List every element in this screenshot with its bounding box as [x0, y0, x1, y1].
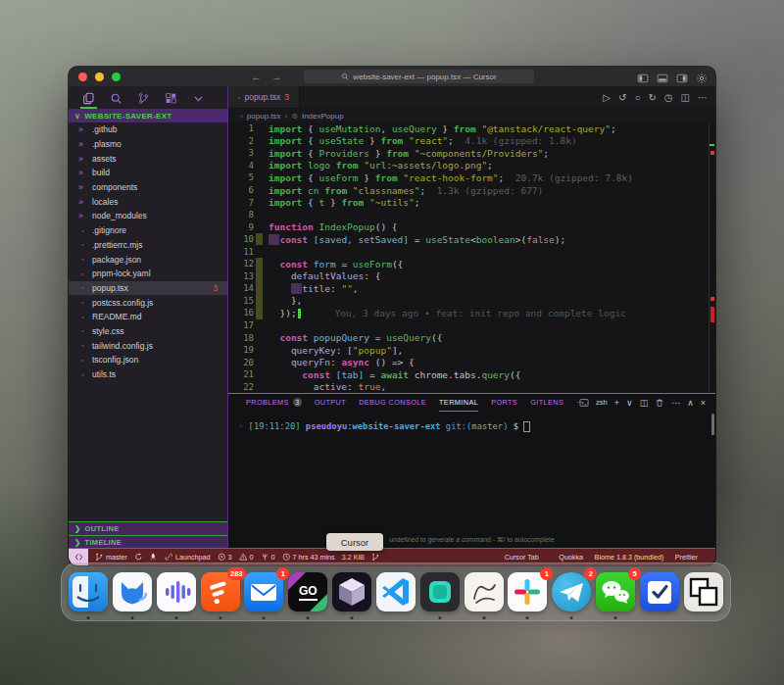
dock-app-sketch-notes-app[interactable]	[465, 572, 504, 612]
panel-tab-terminal[interactable]: TERMINAL	[439, 394, 478, 412]
sidebar-item-tailwind.config.js[interactable]: ▫tailwind.config.js	[69, 338, 227, 353]
explorer-icon[interactable]	[82, 91, 95, 104]
token: import	[269, 123, 302, 134]
step-forward-icon[interactable]: ↻	[648, 92, 656, 103]
step-back-icon[interactable]: ↺	[618, 92, 626, 103]
panel-tab-label: OUTPUT	[315, 398, 346, 407]
status-item-branch[interactable]	[371, 553, 380, 562]
status-item-master[interactable]: master	[95, 553, 127, 562]
zoom-window-button[interactable]	[112, 73, 121, 81]
explorer-section-header[interactable]: ∨ WEBSITE-SAVER-EXT	[69, 109, 227, 122]
panel-tab-ports[interactable]: PORTS	[491, 394, 517, 411]
panel-tab-problems[interactable]: PROBLEMS3	[246, 394, 302, 411]
command-center[interactable]: website-saver-ext — popup.tsx — Cursor	[304, 70, 534, 83]
dock-app-warp-terminal-app[interactable]	[420, 572, 460, 612]
more-icon[interactable]: ⋯	[671, 398, 680, 408]
sidebar-item-utils.ts[interactable]: ▫utils.ts	[69, 367, 227, 382]
dock-app-telegram[interactable]: 2	[552, 572, 591, 612]
maximize-panel-icon[interactable]: ∧	[687, 398, 694, 408]
sidebar-item-components[interactable]: »components	[69, 180, 227, 195]
dock-app-screenshot-frames-app[interactable]	[684, 572, 723, 612]
settings-gear-icon[interactable]	[696, 71, 708, 82]
status-item-3[interactable]: 3	[218, 553, 232, 562]
minimize-window-button[interactable]	[95, 73, 104, 81]
status-item-3-2-kib[interactable]: 3.2 KiB	[342, 553, 365, 562]
run-icon[interactable]: ▷	[603, 92, 611, 103]
dock-app-cursor[interactable]	[332, 572, 371, 612]
status-item-biome-1-8-3-bundled-[interactable]: Biome 1.8.3 (bundled)	[592, 553, 663, 562]
dock-app-goland[interactable]: GO	[288, 572, 327, 612]
dock-app-vscode[interactable]	[376, 572, 416, 612]
status-item-0[interactable]: 0	[239, 553, 254, 562]
status-item-0[interactable]: 0	[261, 553, 275, 562]
breadcrumb[interactable]: ▫ popup.tsx › ⊛ IndexPopup	[228, 109, 715, 122]
run-timer-icon[interactable]: ◷	[664, 92, 673, 103]
record-icon[interactable]: ○	[634, 92, 640, 103]
sidebar-item-.prettierrc.mjs[interactable]: ▫.prettierrc.mjs	[69, 238, 227, 253]
sidebar-item-assets[interactable]: »assets	[69, 151, 227, 166]
overview-ruler[interactable]	[709, 122, 715, 393]
chevron-down-icon[interactable]	[192, 91, 205, 104]
more-actions-icon[interactable]: ⋯	[698, 92, 708, 103]
sidebar-item-locales[interactable]: »locales	[69, 194, 227, 209]
sidebar-item-pnpm-lock.yaml[interactable]: ▫pnpm-lock.yaml	[69, 267, 227, 281]
dock-app-audio-waveform-app[interactable]	[157, 572, 196, 612]
dock-app-slack[interactable]: 1	[508, 572, 547, 612]
sidebar-item-README.md[interactable]: ▫README.md	[69, 310, 227, 324]
tab-popup-tsx[interactable]: ▫ popup.tsx 3	[228, 86, 300, 108]
symbol-icon: ⊛	[291, 112, 298, 121]
terminal-scrollbar[interactable]	[711, 414, 714, 435]
status-item-sync[interactable]	[134, 553, 143, 562]
layout-sidebar-left-icon[interactable]	[637, 71, 649, 82]
dropdown-icon[interactable]: ∨	[626, 398, 633, 408]
token: const	[279, 259, 308, 269]
search-icon[interactable]	[110, 91, 122, 104]
sidebar-item-style.css[interactable]: ▫style.css	[69, 324, 227, 339]
dock-app-tasks-app[interactable]	[640, 572, 679, 612]
dock-app-mail[interactable]: 1	[244, 572, 283, 612]
sidebar-item-.gitignore[interactable]: ▫.gitignore	[69, 223, 227, 238]
code-editor[interactable]: 1import { useMutation, useQuery } from "…	[228, 122, 715, 393]
sidebar-item-package.json[interactable]: ▫package.json	[69, 252, 227, 267]
sidebar-item-node_modules[interactable]: »node_modules	[69, 209, 227, 223]
split-terminal-icon[interactable]: ◫	[640, 398, 649, 408]
dock-app-wechat[interactable]: 5	[596, 572, 635, 612]
sidebar-item-.plasmo[interactable]: ».plasmo	[69, 137, 227, 152]
forward-icon[interactable]: →	[271, 71, 282, 82]
panel-tab-debug-console[interactable]: DEBUG CONSOLE	[359, 394, 426, 411]
layout-sidebar-right-icon[interactable]	[676, 71, 688, 82]
extensions-icon[interactable]	[165, 91, 177, 104]
panel-tab-gitlens[interactable]: GITLENS	[530, 394, 564, 411]
status-item-quokka[interactable]: Quokka	[557, 553, 583, 562]
panel-tab-output[interactable]: OUTPUT	[315, 394, 346, 411]
terminal-prompt[interactable]: ◦ [19:11:20] pseudoyu:website-saver-ext …	[238, 421, 530, 432]
dock-app-finder[interactable]	[69, 572, 108, 612]
status-item-cursor-tab[interactable]: Cursor Tab	[505, 553, 539, 562]
dock-app-fox-app[interactable]	[113, 572, 152, 612]
status-item-prettier[interactable]: Prettier	[672, 553, 698, 562]
status-left: masterLaunchpad3007 hrs 43 mins3.2 KiB	[88, 553, 379, 562]
status-item-launchpad[interactable]: Launchpad	[165, 553, 211, 562]
sidebar-item-tsconfig.json[interactable]: ▫tsconfig.json	[69, 353, 227, 367]
new-terminal-icon[interactable]: +	[614, 398, 619, 408]
terminal-icon[interactable]	[579, 398, 589, 408]
line-number: 8	[228, 210, 254, 220]
trash-icon[interactable]	[655, 398, 664, 408]
back-icon[interactable]: ←	[251, 71, 262, 82]
dock-app-feed-reader-app[interactable]: 283	[201, 572, 240, 612]
sidebar-item-build[interactable]: »build	[69, 166, 227, 180]
token: =	[409, 234, 425, 245]
token: import	[269, 135, 302, 146]
close-window-button[interactable]	[78, 73, 87, 81]
source-control-icon[interactable]	[137, 91, 150, 104]
split-editor-icon[interactable]: ◫	[681, 92, 690, 103]
layout-panel-bottom-icon[interactable]	[657, 71, 668, 82]
sidebar-item-popup.tsx[interactable]: ▫popup.tsx3	[69, 281, 227, 296]
close-panel-icon[interactable]: ×	[701, 398, 706, 408]
status-item-7-hrs-43-mins[interactable]: 7 hrs 43 mins	[282, 553, 335, 562]
timeline-section[interactable]: ❯TIMELINE	[69, 535, 227, 549]
sidebar-item-postcss.config.js[interactable]: ▫postcss.config.js	[69, 295, 227, 310]
sidebar-item-.github[interactable]: ».github	[69, 122, 227, 137]
outline-section[interactable]: ❯OUTLINE	[69, 521, 227, 535]
status-item-rocket[interactable]	[149, 553, 158, 562]
